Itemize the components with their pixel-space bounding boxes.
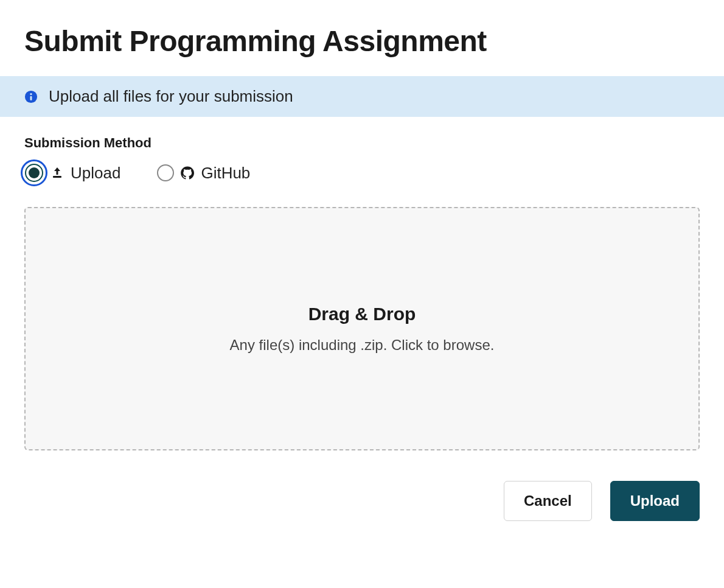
radio-label-github: GitHub xyxy=(201,164,250,183)
github-icon xyxy=(180,166,195,180)
svg-rect-2 xyxy=(30,96,32,100)
upload-icon xyxy=(50,166,64,180)
dropzone-subtitle: Any file(s) including .zip. Click to bro… xyxy=(230,337,495,354)
submission-method-group: Upload GitHub xyxy=(24,163,700,183)
cancel-button[interactable]: Cancel xyxy=(504,481,592,521)
action-buttons: Cancel Upload xyxy=(24,481,700,521)
radio-unselected-indicator xyxy=(157,164,174,181)
radio-option-upload[interactable]: Upload xyxy=(24,163,120,183)
radio-label-upload: Upload xyxy=(71,164,120,183)
submission-method-label: Submission Method xyxy=(24,135,700,151)
info-icon xyxy=(24,90,38,103)
dropzone-title: Drag & Drop xyxy=(308,304,416,324)
upload-button[interactable]: Upload xyxy=(610,481,700,521)
info-banner: Upload all files for your submission xyxy=(0,76,724,117)
svg-rect-3 xyxy=(53,176,61,178)
radio-selected-indicator xyxy=(24,163,44,183)
file-dropzone[interactable]: Drag & Drop Any file(s) including .zip. … xyxy=(24,207,700,450)
svg-point-1 xyxy=(30,93,32,94)
info-banner-text: Upload all files for your submission xyxy=(49,87,293,106)
page-title: Submit Programming Assignment xyxy=(0,0,724,76)
radio-option-github[interactable]: GitHub xyxy=(157,164,250,183)
